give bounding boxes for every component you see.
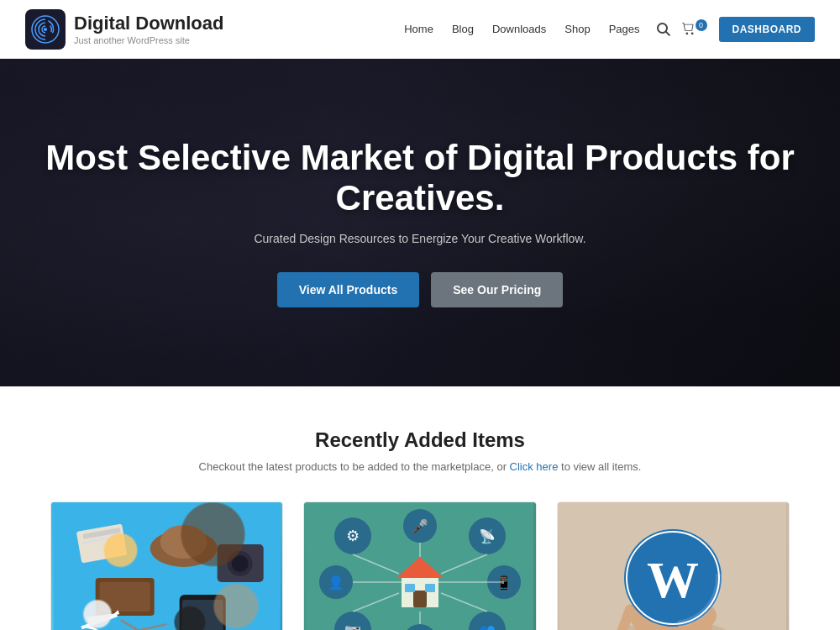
site-header: Digital Download Just another WordPress … [0, 0, 840, 59]
nav-shop[interactable]: Shop [564, 23, 590, 35]
product-image-3[interactable]: W [558, 502, 789, 630]
svg-marker-10 [81, 613, 118, 629]
hero-subtitle: Curated Design Resources to Energize You… [34, 232, 806, 245]
search-icon [657, 23, 670, 36]
logo-icon [25, 9, 66, 50]
product-card-1: 100 flat icons $1.00 – $3.00 [50, 501, 283, 630]
nav-downloads[interactable]: Downloads [492, 23, 546, 35]
search-button[interactable] [657, 23, 670, 36]
product-card-3: W Free WordPress Plugins $30.00 [557, 501, 790, 630]
svg-point-4 [160, 525, 207, 559]
svg-text:🎤: 🎤 [412, 518, 428, 534]
svg-rect-16 [218, 544, 264, 582]
svg-text:👥: 👥 [479, 622, 496, 630]
click-here-link[interactable]: Click here [510, 460, 559, 473]
nav-home[interactable]: Home [404, 23, 433, 35]
subtitle-text: Checkout the latest products to be added… [199, 460, 510, 473]
svg-marker-12 [86, 623, 101, 630]
svg-marker-11 [87, 607, 117, 623]
nav-blog[interactable]: Blog [452, 23, 474, 35]
cart-icon [682, 22, 697, 37]
svg-rect-7 [83, 535, 121, 544]
hero-content: Most Selective Market of Digital Product… [0, 138, 840, 308]
logo-subtitle: Just another WordPress site [74, 35, 223, 45]
svg-rect-25 [405, 584, 415, 592]
svg-point-1 [44, 28, 47, 31]
svg-text:⚙: ⚙ [346, 528, 360, 544]
svg-text:👤: 👤 [328, 575, 344, 591]
recently-added-section: Recently Added Items Checkout the latest… [0, 386, 840, 630]
header-icons: 0 [657, 22, 707, 37]
svg-rect-15 [182, 600, 223, 630]
svg-rect-2 [54, 502, 281, 630]
product-image-1[interactable] [51, 502, 282, 630]
see-pricing-button[interactable]: See Our Pricing [431, 272, 563, 307]
cart-button[interactable]: 0 [682, 22, 707, 37]
subtitle-end: to view all items. [561, 460, 641, 473]
flat-icons-image [51, 502, 282, 630]
product-image-2[interactable]: ⚙ 🎤 📡 👤 📱 📷 [304, 502, 535, 630]
svg-text:W: W [647, 551, 699, 608]
svg-rect-14 [180, 595, 226, 630]
hero-section: Most Selective Market of Digital Product… [0, 59, 840, 386]
svg-point-18 [232, 555, 249, 572]
main-nav: Home Blog Downloads Shop Pages [404, 23, 639, 35]
section-title: Recently Added Items [50, 428, 790, 452]
hero-title: Most Selective Market of Digital Product… [34, 138, 806, 219]
section-subtitle: Checkout the latest products to be added… [50, 460, 790, 473]
svg-point-3 [150, 530, 218, 567]
dashboard-button[interactable]: DASHBOARD [719, 17, 816, 42]
hero-buttons: View All Products See Our Pricing [34, 272, 806, 307]
logo-area: Digital Download Just another WordPress … [25, 9, 223, 50]
products-grid: 100 flat icons $1.00 – $3.00 [50, 501, 790, 630]
view-all-products-button[interactable]: View All Products [277, 272, 419, 307]
svg-rect-24 [413, 591, 427, 607]
product-card-2: ⚙ 🎤 📡 👤 📱 📷 [303, 501, 536, 630]
svg-point-17 [228, 551, 253, 576]
svg-text:📷: 📷 [344, 622, 361, 630]
svg-text:📡: 📡 [479, 528, 496, 544]
svg-rect-9 [100, 582, 150, 612]
svg-line-19 [121, 620, 163, 630]
svg-marker-13 [110, 610, 119, 617]
svg-rect-6 [82, 528, 120, 539]
nav-pages[interactable]: Pages [609, 23, 640, 35]
svg-rect-5 [76, 523, 128, 563]
svg-rect-8 [96, 578, 155, 616]
logo-title: Digital Download [74, 13, 223, 34]
wordpress-image: W [559, 502, 786, 630]
cart-count: 0 [696, 19, 707, 31]
logo-text-block: Digital Download Just another WordPress … [74, 13, 223, 45]
svg-rect-26 [425, 584, 435, 592]
svg-line-20 [129, 624, 167, 630]
business-icons-image: ⚙ 🎤 📡 👤 📱 📷 [307, 502, 533, 630]
